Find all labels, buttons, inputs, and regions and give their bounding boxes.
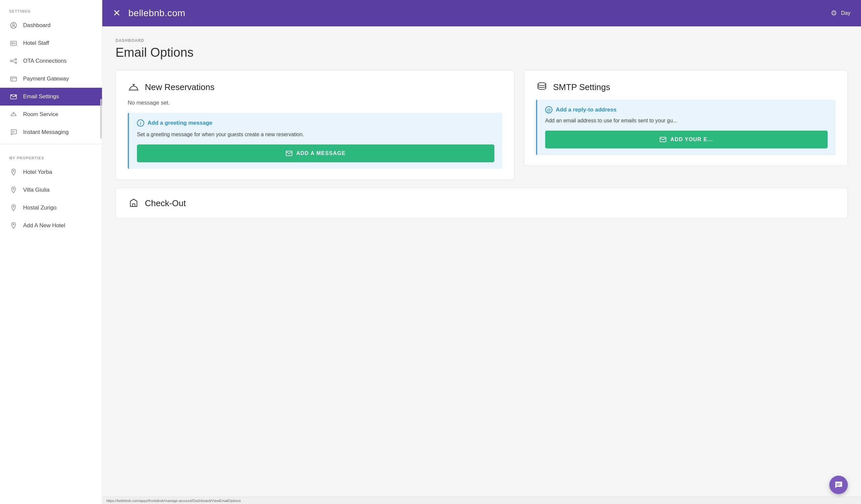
svg-point-14 — [13, 206, 14, 207]
checkout-icon — [128, 197, 140, 209]
add-email-button-label: ADD YOUR E... — [670, 137, 713, 142]
sidebar: SETTINGS Dashboard Hotel Staff — [0, 0, 102, 504]
sidebar-item-label: Payment Gateway — [23, 75, 69, 82]
no-message-text: No message set. — [128, 100, 502, 106]
sidebar-item-room-service[interactable]: Room Service — [0, 106, 102, 123]
database-icon — [536, 81, 548, 93]
sidebar-item-label: Hotel Yorba — [23, 169, 52, 176]
hotel-staff-icon — [9, 39, 18, 47]
sidebar-item-label: Email Settings — [23, 93, 59, 100]
smtp-title: SMTP Settings — [553, 82, 610, 92]
svg-rect-8 — [12, 80, 13, 80]
smtp-desc: Add an email address to use for emails s… — [545, 117, 828, 125]
payment-gateway-icon — [9, 74, 18, 83]
bell-concierge-icon — [128, 81, 140, 93]
svg-point-3 — [12, 43, 14, 44]
info-box-desc: Set a greeting message for when your gue… — [137, 131, 494, 139]
card-header: New Reservations — [128, 81, 502, 93]
status-url: https://bellebnb.com/apps/frontdesk/mana… — [106, 499, 241, 503]
sidebar-item-payment-gateway[interactable]: Payment Gateway — [0, 70, 102, 88]
sidebar-item-instant-messaging[interactable]: Instant Messaging — [0, 123, 102, 141]
sidebar-item-label: Hostal Zurigo — [23, 205, 56, 211]
checkout-card: Check-Out — [115, 188, 848, 219]
my-properties-section-label: MY PROPERTIES — [0, 147, 102, 163]
breadcrumb: DASHBOARD — [115, 38, 848, 43]
status-bar: https://bellebnb.com/apps/frontdesk/mana… — [102, 497, 861, 504]
checkout-title: Check-Out — [145, 198, 186, 208]
sidebar-scrollbar[interactable] — [100, 0, 102, 504]
add-reply-to-link[interactable]: @ Add a reply-to address — [545, 106, 828, 113]
add-message-button-label: ADD A MESSAGE — [296, 150, 346, 156]
sidebar-scrollbar-thumb — [100, 99, 101, 139]
sidebar-item-label: Villa Giulia — [23, 187, 50, 193]
svg-point-12 — [13, 170, 14, 171]
header: ✕ bellebnb.com ⚙ Day — [102, 0, 861, 26]
dashboard-icon — [9, 21, 18, 30]
chat-bubble[interactable] — [829, 476, 848, 494]
add-message-button[interactable]: ADD A MESSAGE — [137, 144, 494, 162]
new-reservations-card: New Reservations No message set. i Add a… — [115, 70, 515, 180]
svg-point-19 — [538, 83, 546, 86]
sidebar-item-label: OTA Connections — [23, 58, 67, 64]
location-icon — [9, 221, 18, 230]
location-icon — [9, 186, 18, 194]
main-content: ✕ bellebnb.com ⚙ Day DASHBOARD Email Opt… — [102, 0, 861, 504]
instant-messaging-icon — [9, 128, 18, 137]
page-content: DASHBOARD Email Options New Reservations — [102, 26, 861, 497]
ota-icon — [9, 57, 18, 65]
sidebar-item-add-new-hotel[interactable]: Add A New Hotel — [0, 217, 102, 235]
add-greeting-link[interactable]: i Add a greeting message — [137, 120, 494, 127]
smtp-info-box: @ Add a reply-to address Add an email ad… — [536, 100, 836, 155]
sidebar-item-label: Room Service — [23, 111, 58, 118]
sidebar-item-label: Instant Messaging — [23, 129, 69, 136]
smtp-card-header: SMTP Settings — [536, 81, 836, 93]
sidebar-item-dashboard[interactable]: Dashboard — [0, 16, 102, 34]
settings-section-label: SETTINGS — [0, 0, 102, 16]
sidebar-item-hotel-staff[interactable]: Hotel Staff — [0, 34, 102, 52]
page-title: Email Options — [115, 45, 848, 60]
svg-rect-21 — [132, 204, 135, 207]
svg-point-1 — [13, 24, 14, 26]
info-link-label: Add a greeting message — [148, 120, 213, 126]
smtp-settings-card: SMTP Settings @ Add a reply-to address A… — [524, 70, 848, 166]
location-icon — [9, 168, 18, 177]
room-service-icon — [9, 110, 18, 119]
sidebar-item-email-settings[interactable]: Email Settings — [0, 88, 102, 106]
sidebar-item-hostal-zurigo[interactable]: Hostal Zurigo — [0, 199, 102, 217]
header-site-name: bellebnb.com — [128, 8, 186, 18]
location-icon — [9, 204, 18, 212]
sidebar-item-label: Add A New Hotel — [23, 222, 65, 229]
cards-row: New Reservations No message set. i Add a… — [115, 70, 848, 180]
sidebar-item-villa-giulia[interactable]: Villa Giulia — [0, 181, 102, 199]
new-reservations-title: New Reservations — [145, 82, 215, 92]
svg-point-5 — [15, 59, 17, 60]
sidebar-item-ota-connections[interactable]: OTA Connections — [0, 52, 102, 70]
add-email-button[interactable]: ADD YOUR E... — [545, 131, 828, 149]
email-settings-icon — [9, 92, 18, 101]
sidebar-divider — [0, 144, 102, 144]
info-icon: i — [137, 120, 144, 127]
close-button[interactable]: ✕ — [113, 9, 121, 18]
header-right: ⚙ Day — [831, 9, 850, 17]
svg-point-13 — [13, 188, 14, 189]
sidebar-item-hotel-yorba[interactable]: Hotel Yorba — [0, 163, 102, 181]
sidebar-item-label: Hotel Staff — [23, 40, 49, 46]
svg-point-6 — [15, 62, 17, 64]
checkout-header: Check-Out — [128, 197, 836, 209]
svg-rect-7 — [11, 77, 16, 81]
sidebar-item-label: Dashboard — [23, 22, 51, 29]
gear-icon[interactable]: ⚙ — [831, 9, 837, 17]
greeting-info-box: i Add a greeting message Set a greeting … — [128, 113, 502, 169]
smtp-link-label: Add a reply-to address — [556, 107, 616, 113]
svg-point-4 — [11, 60, 12, 62]
header-day-label: Day — [841, 10, 850, 16]
info-icon: @ — [545, 106, 552, 113]
svg-point-15 — [13, 224, 14, 225]
